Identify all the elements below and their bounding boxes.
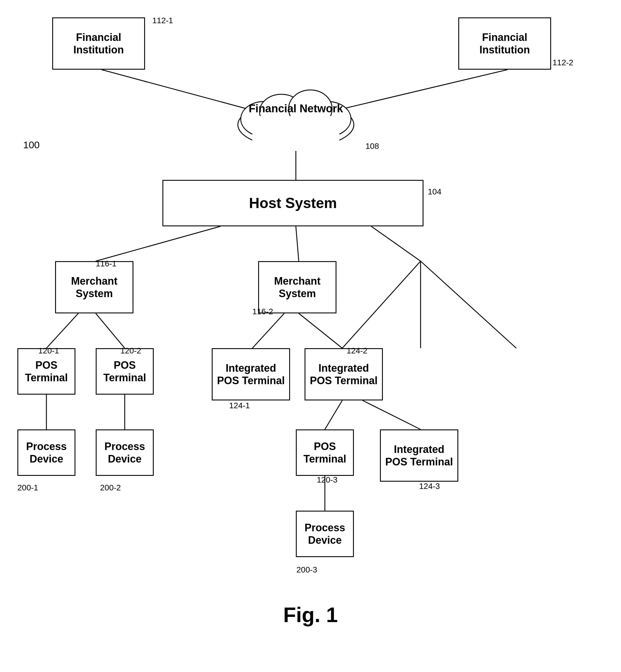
ref-116-1: 116-1 bbox=[96, 259, 117, 268]
svg-line-12 bbox=[342, 261, 421, 348]
svg-rect-23 bbox=[252, 116, 339, 151]
diagram: Financial Institution 112-1 Financial In… bbox=[0, 0, 621, 638]
integrated-pos-terminal-2: Integrated POS Terminal bbox=[304, 348, 383, 400]
process-device-2: Process Device bbox=[96, 429, 154, 476]
financial-network-label: Financial Network bbox=[249, 102, 343, 116]
svg-line-11 bbox=[299, 313, 342, 348]
financial-institution-2: Financial Institution bbox=[458, 17, 551, 70]
merchant-system-2: Merchant System bbox=[258, 261, 336, 313]
ref-108: 108 bbox=[366, 142, 379, 151]
ref-100: 100 bbox=[23, 139, 40, 151]
svg-line-5 bbox=[371, 226, 421, 261]
svg-line-3 bbox=[96, 226, 220, 261]
merchant-system-1: Merchant System bbox=[55, 261, 133, 313]
svg-line-10 bbox=[252, 313, 284, 348]
host-system-label: Host System bbox=[249, 194, 337, 212]
svg-line-14 bbox=[421, 261, 516, 348]
ref-120-1: 120-1 bbox=[38, 346, 59, 355]
ref-112-1: 112-1 bbox=[152, 16, 173, 25]
financial-network: Financial Network bbox=[223, 67, 368, 151]
pos-terminal-3: POS Terminal bbox=[296, 429, 354, 476]
ref-120-2: 120-2 bbox=[120, 346, 141, 355]
ref-200-1: 200-1 bbox=[17, 483, 38, 492]
process-device-1: Process Device bbox=[17, 429, 75, 476]
ref-124-3: 124-3 bbox=[419, 482, 440, 491]
ref-200-3: 200-3 bbox=[296, 565, 317, 575]
financial-institution-1: Financial Institution bbox=[52, 17, 145, 70]
ref-124-1: 124-1 bbox=[229, 401, 250, 410]
svg-line-16 bbox=[363, 400, 421, 429]
svg-line-6 bbox=[46, 313, 78, 348]
integrated-pos-terminal-1: Integrated POS Terminal bbox=[212, 348, 290, 400]
ref-104: 104 bbox=[428, 187, 442, 196]
host-system: Host System bbox=[162, 180, 423, 226]
svg-line-4 bbox=[296, 226, 299, 261]
figure-label: Fig. 1 bbox=[0, 603, 621, 627]
svg-line-15 bbox=[325, 400, 342, 429]
ref-116-2: 116-2 bbox=[252, 307, 273, 316]
integrated-pos-terminal-3: Integrated POS Terminal bbox=[380, 429, 458, 482]
ref-112-2: 112-2 bbox=[552, 58, 573, 67]
ref-120-3: 120-3 bbox=[317, 475, 338, 484]
svg-line-7 bbox=[96, 313, 125, 348]
process-device-3: Process Device bbox=[296, 511, 354, 557]
ref-124-2: 124-2 bbox=[346, 346, 368, 355]
ref-200-2: 200-2 bbox=[100, 483, 121, 492]
